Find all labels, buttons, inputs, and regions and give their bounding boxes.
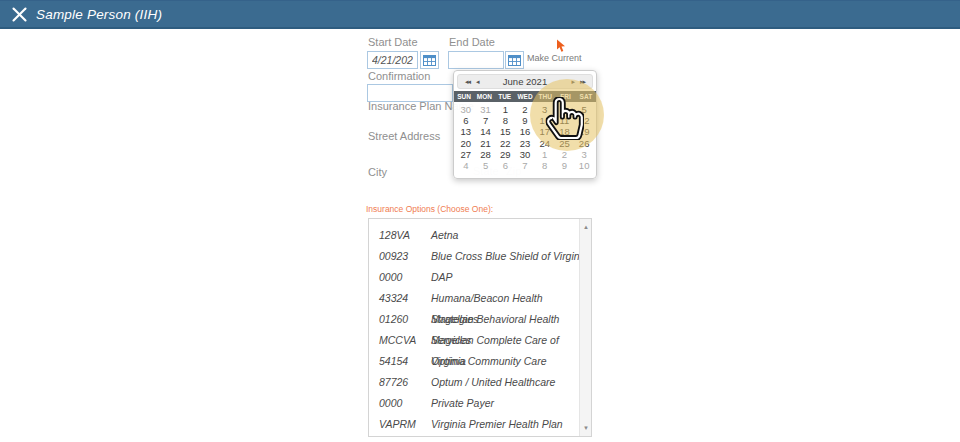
insurance-option-name: Humana/Beacon Health Strategies	[431, 288, 591, 309]
insurance-option-name: Magellan Complete Care of Virginia	[431, 330, 591, 351]
end-date-input[interactable]	[448, 51, 504, 69]
day-cell[interactable]: 9	[555, 160, 575, 171]
day-cell[interactable]: 1	[495, 104, 515, 115]
day-cell[interactable]: 23	[515, 138, 535, 149]
insurance-option-name: Private Payer	[431, 393, 591, 414]
insurance-option[interactable]: 128VAAetna	[369, 225, 591, 246]
day-cell[interactable]: 30	[456, 104, 476, 115]
day-cell[interactable]: 5	[476, 160, 496, 171]
scroll-down-icon[interactable]: ▼	[580, 425, 592, 431]
insurance-option-code: 0000	[379, 267, 431, 288]
day-cell[interactable]: 27	[456, 149, 476, 160]
day-cell[interactable]: 7	[515, 160, 535, 171]
make-current-link[interactable]: Make Current	[527, 53, 587, 63]
insurance-option-name: Blue Cross Blue Shield of Virginia	[431, 246, 591, 267]
day-cell[interactable]: 6	[495, 160, 515, 171]
insurance-option-code: 00923	[379, 246, 431, 267]
insurance-option-name: DAP	[431, 267, 591, 288]
day-cell[interactable]: 8	[495, 115, 515, 126]
end-date-calendar-button[interactable]	[505, 51, 524, 69]
insurance-option[interactable]: 43324Humana/Beacon Health Strategies	[369, 288, 591, 309]
day-cell[interactable]: 20	[456, 138, 476, 149]
day-cell[interactable]: 6	[456, 115, 476, 126]
weekday-label: TUE	[495, 93, 515, 100]
insurance-option-name: Optima Community Care	[431, 351, 591, 372]
day-cell[interactable]: 8	[535, 160, 555, 171]
day-cell[interactable]: 22	[495, 138, 515, 149]
insurance-option-name: Virginia Premier Health Plan	[431, 414, 591, 435]
app-window: Sample Person (IIH) Start Date End Date …	[0, 0, 960, 442]
scrollbar[interactable]: ▲ ▼	[579, 219, 591, 436]
start-date-input[interactable]	[367, 51, 418, 69]
insurance-list: ▲ ▼ 128VAAetna00923Blue Cross Blue Shiel…	[368, 218, 592, 437]
weekday-label: WED	[515, 93, 535, 100]
day-cell[interactable]: 15	[495, 126, 515, 137]
day-cell[interactable]: 21	[476, 138, 496, 149]
insurance-option[interactable]: 0000DAP	[369, 267, 591, 288]
day-cell[interactable]: 14	[476, 126, 496, 137]
confirmation-label: Confirmation	[368, 70, 430, 82]
scroll-up-icon[interactable]: ▲	[580, 224, 592, 230]
insurance-option[interactable]: VAPRMVirginia Premier Health Plan	[369, 414, 591, 435]
city-label: City	[368, 166, 387, 178]
day-cell[interactable]: 28	[476, 149, 496, 160]
insurance-option-code: MCCVA	[379, 330, 431, 351]
day-cell[interactable]: 31	[476, 104, 496, 115]
weekday-label: SUN	[454, 93, 474, 100]
insurance-option[interactable]: 0000Private Payer	[369, 393, 591, 414]
insurance-option[interactable]: 54154Optima Community Care	[369, 351, 591, 372]
start-date-calendar-button[interactable]	[420, 51, 439, 69]
insurance-option-name: Aetna	[431, 225, 591, 246]
insurance-option-code: 54154	[379, 351, 431, 372]
orange-pointer-icon	[555, 39, 567, 53]
insurance-options-label: Insurance Options (Choose One):	[366, 204, 493, 214]
insurance-option-code: 43324	[379, 288, 431, 309]
start-date-label: Start Date	[368, 36, 418, 48]
calendar-icon	[508, 55, 521, 66]
calendar-icon	[423, 55, 436, 66]
weekday-label: MON	[474, 93, 494, 100]
insurance-option-code: 01260	[379, 309, 431, 330]
page-title: Sample Person (IIH)	[36, 7, 162, 22]
insurance-option[interactable]: MCCVAMagellan Complete Care of Virginia	[369, 330, 591, 351]
day-cell[interactable]: 10	[574, 160, 594, 171]
insurance-option-code: VAPRM	[379, 414, 431, 435]
day-cell[interactable]: 7	[476, 115, 496, 126]
day-cell[interactable]: 30	[515, 149, 535, 160]
close-icon[interactable]	[12, 7, 27, 22]
insurance-option-name: Magellan Behavioral Health Services	[431, 309, 591, 330]
hand-pointer-icon	[546, 97, 584, 140]
end-date-label: End Date	[449, 36, 495, 48]
insurance-option[interactable]: 01260Magellan Behavioral Health Services	[369, 309, 591, 330]
title-bar: Sample Person (IIH)	[0, 0, 960, 29]
insurance-option-name: Optum / United Healthcare	[431, 372, 591, 393]
insurance-option-code: 87726	[379, 372, 431, 393]
insurance-option-code: 0000	[379, 393, 431, 414]
insurance-option[interactable]: 87726Optum / United Healthcare	[369, 372, 591, 393]
day-cell[interactable]: 3	[574, 149, 594, 160]
day-cell[interactable]: 1	[535, 149, 555, 160]
prev-year-icon[interactable]: ◂◂	[462, 78, 473, 86]
street-address-label: Street Address	[368, 130, 440, 142]
insurance-option-code: 128VA	[379, 225, 431, 246]
day-cell[interactable]: 13	[456, 126, 476, 137]
day-cell[interactable]: 4	[456, 160, 476, 171]
insurance-option[interactable]: 00923Blue Cross Blue Shield of Virginia	[369, 246, 591, 267]
day-cell[interactable]: 29	[495, 149, 515, 160]
prev-month-icon[interactable]: ◂	[473, 78, 482, 86]
